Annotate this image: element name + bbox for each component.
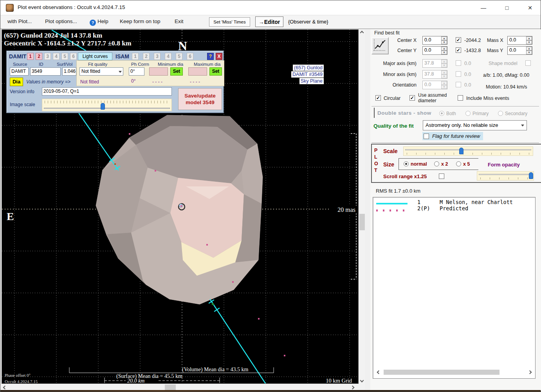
legend-scroll-thumb[interactable]	[384, 370, 500, 375]
damit-tab-4[interactable]: 4	[53, 53, 60, 60]
isam-tab-6[interactable]: 6	[187, 53, 193, 60]
spin-up-icon[interactable]: ▲	[526, 36, 532, 40]
form-opacity-slider-thumb[interactable]	[529, 172, 533, 179]
isam-tab-1[interactable]: 1	[132, 53, 139, 60]
v-scroll-thumb[interactable]	[359, 214, 365, 230]
damit-close-button[interactable]: X	[216, 53, 222, 60]
source-field[interactable]: DAMIT	[10, 67, 29, 76]
find-best-fit-button[interactable]	[371, 37, 389, 54]
menu-help-label: Help	[97, 18, 108, 24]
damit-tab-2[interactable]: 2	[36, 53, 42, 60]
dia-button[interactable]: Dia	[10, 78, 23, 86]
center-y-stepper[interactable]: 0.0▲▼	[422, 46, 447, 55]
surfvol-field[interactable]: 1.046	[62, 67, 76, 76]
phase-offset-label: Phase offset 0°	[5, 373, 31, 378]
flag-review-checkbox[interactable]	[424, 134, 429, 139]
minimize-icon[interactable]: —	[472, 0, 495, 15]
spin-down-icon[interactable]: ▼	[526, 40, 532, 44]
quality-of-fit-select[interactable]: Astrometry only. No reliable size	[423, 120, 527, 130]
spin-down-icon[interactable]: ▼	[526, 51, 532, 54]
damit-tab-1[interactable]: 1	[27, 53, 34, 60]
spin-up-icon[interactable]: ▲	[526, 47, 532, 51]
form-opacity-slider[interactable]	[477, 171, 534, 181]
separator	[371, 106, 539, 107]
version-info-field[interactable]: 2019-05-07, Q=1	[42, 87, 172, 96]
double-stars-primary-radio	[465, 111, 471, 116]
min-dia-set-button[interactable]: Set	[170, 67, 183, 76]
memory-fit-quality: Not fitted	[80, 79, 99, 85]
flag-review-label: Flag for future review	[432, 133, 480, 139]
close-icon[interactable]: ✕	[519, 0, 541, 15]
save-update-model-button[interactable]: Save/update model 3549	[178, 88, 222, 110]
scroll-range-checkbox[interactable]	[439, 173, 444, 179]
image-scale-slider[interactable]	[42, 99, 172, 111]
size-x5-radio[interactable]	[456, 161, 461, 166]
ph-corrn-header: Ph Corrn	[131, 62, 149, 67]
menu-plot-options[interactable]: Plot options...	[45, 18, 77, 24]
rms-fit-label: RMS fit 1.7 ±0.0 km	[376, 188, 420, 194]
slider-groove	[479, 174, 532, 175]
legend-horizontal-scrollbar[interactable]	[374, 369, 534, 375]
spin-down-icon[interactable]: ▼	[441, 40, 447, 44]
spin-up-icon[interactable]: ▲	[441, 36, 447, 40]
damit-tab-6[interactable]: 6	[70, 53, 77, 60]
damit-help-button[interactable]: ?	[207, 53, 214, 60]
isam-tab-3[interactable]: 3	[154, 53, 160, 60]
scale-slider[interactable]	[403, 146, 533, 156]
include-miss-events-checkbox[interactable]	[458, 95, 463, 101]
isam-tab-5[interactable]: 5	[176, 53, 182, 60]
slider-groove	[405, 149, 531, 150]
max-dia-set-button[interactable]: Set	[209, 67, 222, 76]
mass-y-stepper[interactable]: 0.0▲▼	[507, 46, 532, 55]
maximize-icon[interactable]: □	[496, 0, 518, 15]
circular-checkbox[interactable]	[375, 95, 381, 101]
minor-axis-checkbox	[456, 71, 461, 77]
fit-quality-select[interactable]: Not fitted	[79, 67, 123, 76]
scroll-up-icon[interactable]	[360, 31, 364, 35]
values-in-memory-label: Values in memory =>	[26, 79, 70, 85]
plot-vertical-scrollbar[interactable]	[359, 29, 365, 384]
plot-area[interactable]: 20 mas (Volume) Mean dia = 43.5 km (Surf…	[2, 29, 359, 384]
menu-with-plot[interactable]: with Plot...	[7, 18, 32, 24]
slider-groove	[44, 108, 170, 109]
size-x2-radio[interactable]	[434, 161, 439, 166]
isam-tab-4[interactable]: 4	[165, 53, 171, 60]
fit-x-checkbox[interactable]	[456, 37, 461, 43]
scroll-down-icon[interactable]	[360, 379, 364, 383]
scroll-right-icon[interactable]	[528, 370, 532, 374]
spin-up-icon[interactable]: ▲	[441, 47, 447, 51]
menu-keep-on-top[interactable]: Keep form on top	[120, 18, 160, 24]
scroll-right-icon[interactable]	[351, 386, 355, 390]
ab-dmag-label: a/b: 1.00, dMag: 0.00	[483, 72, 529, 78]
mass-x-stepper[interactable]: 0.0▲▼	[507, 36, 532, 45]
orientation-stepper: 0.0▲▼	[422, 81, 447, 89]
editor-button[interactable]: →Editor	[255, 16, 283, 27]
id-field[interactable]: 3549	[30, 67, 61, 76]
damit-tab-3[interactable]: 3	[44, 53, 51, 60]
damit-title: DAMIT	[9, 53, 26, 60]
scroll-left-icon[interactable]	[3, 386, 7, 390]
menu-exit[interactable]: Exit	[175, 18, 184, 24]
sky-label-line3: Sky Plane	[299, 78, 324, 84]
fit-y-checkbox[interactable]	[456, 47, 461, 53]
min-dia-field[interactable]	[149, 67, 168, 76]
set-miss-times-button[interactable]: Set 'Miss' Times	[209, 17, 250, 27]
asteroid-shape-model	[96, 115, 263, 304]
scroll-left-icon[interactable]	[377, 370, 381, 374]
h-scroll-thumb[interactable]	[165, 385, 176, 390]
light-curves-button[interactable]: Light curves	[78, 52, 112, 60]
image-scale-slider-thumb[interactable]	[101, 103, 105, 110]
ph-corrn-field[interactable]: 0°	[129, 67, 144, 76]
max-dia-field[interactable]	[188, 67, 207, 76]
spin-down-icon[interactable]: ▼	[441, 51, 447, 54]
center-x-stepper[interactable]: 0.0▲▼	[422, 36, 447, 45]
scale-slider-thumb[interactable]	[459, 148, 463, 154]
save-button-line1: Save/update	[179, 92, 222, 99]
use-assumed-diameter-checkbox[interactable]	[409, 95, 415, 101]
observer-legend-list[interactable]: 1 M Nelson, near Charlott 2(P) Predicted	[373, 197, 536, 379]
damit-tab-5[interactable]: 5	[61, 53, 68, 60]
desktop-edge	[0, 390, 541, 392]
menu-help[interactable]: ?Help	[90, 18, 108, 26]
size-normal-radio[interactable]	[404, 161, 409, 166]
isam-tab-2[interactable]: 2	[143, 53, 150, 60]
